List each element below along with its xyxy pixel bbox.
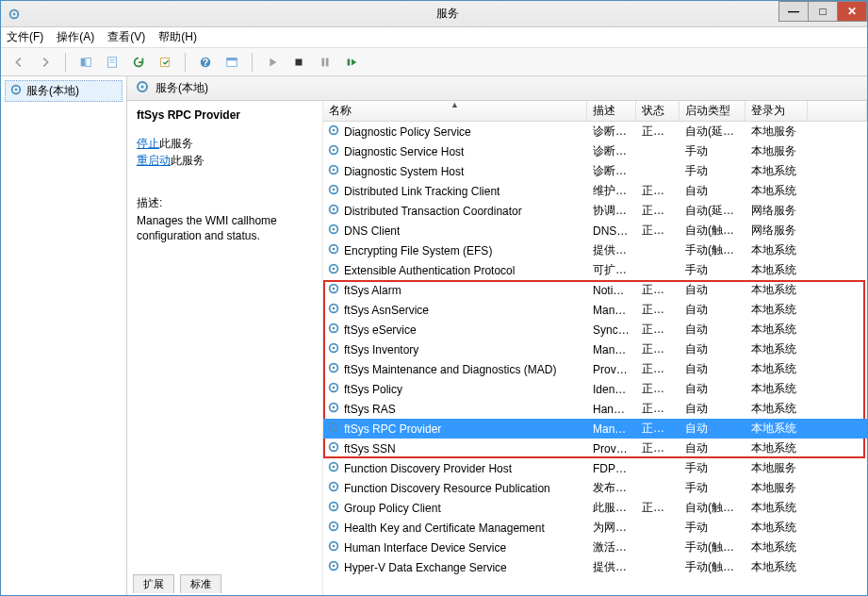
gear-icon — [327, 203, 340, 219]
service-row[interactable]: Extensible Authentication Protocol可扩…手动本… — [323, 260, 867, 280]
service-row[interactable]: Human Interface Device Service激活…手动(触发…本… — [323, 538, 867, 557]
gear-icon — [327, 163, 340, 179]
service-name: Distributed Link Tracking Client — [344, 185, 500, 198]
service-row[interactable]: ftSys RPC ProviderMan…正在…自动本地系统 — [323, 419, 867, 439]
service-logon: 本地系统 — [745, 539, 808, 555]
service-status: 正在… — [636, 421, 680, 437]
col-startup-type[interactable]: 启动类型 — [680, 101, 745, 121]
tree-item-services-local[interactable]: 服务(本地) — [5, 80, 123, 102]
service-action-links: 停止此服务 重启动此服务 — [137, 135, 313, 169]
service-logon: 本地系统 — [745, 282, 808, 298]
service-row[interactable]: Group Policy Client此服…正在…自动(触发…本地系统 — [323, 498, 867, 518]
gear-icon — [327, 500, 340, 516]
service-start-type: 自动 — [680, 341, 745, 357]
service-row[interactable]: Function Discovery Resource Publication发… — [323, 478, 867, 498]
service-info-sidebar: ftSys RPC Provider 停止此服务 重启动此服务 描述: Mana… — [127, 101, 323, 595]
service-status: 正在… — [636, 381, 680, 397]
properties-icon[interactable] — [102, 52, 123, 73]
service-desc: 诊断… — [587, 124, 636, 140]
service-row[interactable]: ftSys Maintenance and Diagnostics (MAD)P… — [323, 359, 867, 379]
svg-point-33 — [333, 248, 336, 251]
service-row[interactable]: Distributed Link Tracking Client维护…正在…自动… — [323, 181, 867, 201]
service-start-type: 手动 — [680, 480, 745, 496]
service-logon: 本地服务 — [745, 480, 808, 496]
menu-view[interactable]: 查看(V) — [107, 29, 145, 45]
refresh-icon[interactable] — [128, 52, 149, 73]
service-row[interactable]: Encrypting File System (EFS)提供…手动(触发…本地系… — [323, 240, 867, 260]
service-desc: Prov… — [587, 442, 636, 455]
service-name: Diagnostic Policy Service — [344, 125, 471, 139]
service-desc: 为网… — [587, 520, 636, 536]
list-body[interactable]: Diagnostic Policy Service诊断…正在…自动(延迟…本地服… — [323, 122, 867, 595]
col-logon-as[interactable]: 登录为 — [745, 101, 808, 121]
gear-icon — [327, 262, 340, 278]
service-status: 正在… — [636, 361, 680, 377]
service-desc: DNS… — [587, 224, 636, 238]
service-row[interactable]: Diagnostic Policy Service诊断…正在…自动(延迟…本地服… — [323, 122, 867, 141]
service-row[interactable]: Diagnostic Service Host诊断…手动本地服务 — [323, 141, 867, 161]
maximize-button[interactable]: □ — [808, 1, 838, 22]
menu-help[interactable]: 帮助(H) — [158, 29, 197, 45]
svg-rect-3 — [86, 58, 90, 66]
show-hide-tree-icon[interactable] — [75, 52, 96, 73]
close-button[interactable]: ✕ — [837, 1, 867, 22]
service-row[interactable]: ftSys PolicyIden…正在…自动本地系统 — [323, 379, 867, 399]
service-row[interactable]: ftSys RASHan…正在…自动本地系统 — [323, 399, 867, 419]
service-status: 正在… — [636, 500, 680, 516]
menu-action[interactable]: 操作(A) — [57, 29, 94, 45]
service-row[interactable]: DNS ClientDNS…正在…自动(触发…网络服务 — [323, 221, 867, 240]
service-row[interactable]: ftSys SSNProv…正在…自动本地系统 — [323, 439, 867, 458]
minimize-button[interactable]: — — [778, 1, 809, 22]
service-start-type: 手动 — [680, 460, 745, 476]
gear-icon — [327, 401, 340, 417]
service-status: 正在… — [636, 322, 680, 338]
service-row[interactable]: Diagnostic System Host诊断…手动本地系统 — [323, 161, 867, 181]
play-icon[interactable] — [262, 52, 283, 73]
service-row[interactable]: Hyper-V Data Exchange Service提供…手动(触发…本地… — [323, 557, 867, 577]
service-start-type: 手动 — [680, 163, 745, 179]
service-row[interactable]: Distributed Transaction Coordinator协调…正在… — [323, 201, 867, 221]
col-description[interactable]: 描述 — [587, 101, 636, 121]
help-icon[interactable]: ? — [195, 52, 216, 73]
service-logon: 本地系统 — [745, 500, 808, 516]
service-name: Function Discovery Resource Publication — [344, 482, 550, 495]
back-icon[interactable] — [8, 52, 29, 73]
menu-file[interactable]: 文件(F) — [7, 29, 43, 45]
service-desc: Man… — [587, 422, 636, 436]
selected-service-name: ftSys RPC Provider — [137, 108, 313, 122]
service-row[interactable]: ftSys eServiceSync…正在…自动本地系统 — [323, 320, 867, 339]
stop-suffix: 此服务 — [159, 137, 193, 150]
pause-icon[interactable] — [315, 52, 336, 73]
service-start-type: 手动(触发… — [680, 559, 745, 575]
service-name: Health Key and Certificate Management — [344, 522, 545, 535]
service-logon: 网络服务 — [745, 203, 808, 219]
restart-icon[interactable] — [341, 52, 362, 73]
service-desc: 发布… — [587, 480, 636, 496]
service-row[interactable]: ftSys AlarmNoti…正在…自动本地系统 — [323, 280, 867, 300]
dialog-icon[interactable] — [221, 52, 242, 73]
forward-icon[interactable] — [35, 52, 56, 73]
svg-rect-15 — [348, 58, 351, 65]
export-list-icon[interactable] — [155, 52, 175, 73]
tab-extended[interactable]: 扩展 — [133, 574, 174, 593]
service-row[interactable]: Health Key and Certificate Management为网…… — [323, 518, 867, 538]
detail-header: 服务(本地) — [127, 76, 867, 101]
svg-point-47 — [333, 387, 336, 389]
service-name: ftSys Alarm — [344, 284, 401, 297]
stop-service-link[interactable]: 停止 — [137, 137, 159, 150]
gear-icon — [327, 143, 340, 159]
service-row[interactable]: ftSys InventoryMan…正在…自动本地系统 — [323, 339, 867, 359]
service-name: Hyper-V Data Exchange Service — [344, 561, 507, 574]
tab-standard[interactable]: 标准 — [180, 574, 221, 593]
service-row[interactable]: ftSys AsnServiceMan…正在…自动本地系统 — [323, 300, 867, 320]
service-desc: Noti… — [587, 284, 636, 297]
col-name[interactable]: 名称 ▲ — [323, 101, 587, 121]
restart-service-link[interactable]: 重启动 — [137, 154, 171, 167]
col-status[interactable]: 状态 — [636, 101, 680, 121]
service-logon: 本地系统 — [745, 421, 808, 437]
service-logon: 本地系统 — [745, 559, 808, 575]
stop-icon[interactable] — [288, 52, 309, 73]
svg-point-21 — [333, 129, 336, 132]
service-row[interactable]: Function Discovery Provider HostFDP…手动本地… — [323, 458, 867, 478]
svg-point-27 — [333, 189, 336, 191]
